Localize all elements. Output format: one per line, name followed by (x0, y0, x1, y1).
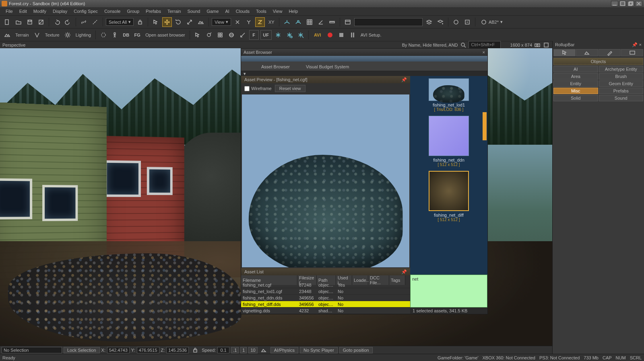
thumb-lod1[interactable]: fishing_net_lod1 [ Tris/LOD: 836 ] (427, 78, 471, 112)
goto-position-button[interactable]: Goto position (339, 347, 373, 353)
menu-tools[interactable]: Tools (253, 8, 270, 14)
table-row[interactable]: fishing_net_lod1.cgf23448objects/...No (241, 288, 410, 295)
speed-preset-10[interactable]: 10 (248, 347, 257, 353)
record-button[interactable] (325, 30, 335, 40)
mannequin-icon[interactable] (110, 30, 120, 40)
menu-group[interactable]: Group (124, 8, 142, 14)
unlink-icon[interactable] (90, 17, 100, 27)
f-button[interactable]: F (249, 30, 259, 40)
axis-y-icon[interactable] (244, 17, 254, 27)
fg-button[interactable]: FG (132, 30, 142, 40)
menu-ai[interactable]: AI (222, 8, 232, 14)
layers-add-icon[interactable] (436, 17, 445, 27)
layers-icon[interactable] (424, 17, 434, 27)
material-icon[interactable] (451, 17, 461, 27)
select-terrain-icon[interactable] (196, 17, 206, 27)
menu-game[interactable]: Game (203, 8, 222, 14)
viewport-label[interactable]: Perspective (2, 43, 25, 47)
avi-button[interactable]: AVI (312, 30, 324, 40)
terrain-label[interactable]: Terrain (14, 33, 31, 37)
tab-asset-browser[interactable]: Asset Browser (257, 63, 294, 71)
pin-icon[interactable]: 📌 (401, 77, 407, 82)
asset-search-input[interactable]: net (410, 275, 487, 308)
lock-selection-button[interactable]: Lock Selection (64, 347, 100, 353)
menu-display[interactable]: Display (50, 8, 70, 14)
menu-help[interactable]: Help (285, 8, 301, 14)
menu-clouds[interactable]: Clouds (233, 8, 253, 14)
asset-browser-titlebar[interactable]: Asset Browser × (241, 49, 487, 56)
rollup-tab-terrain[interactable] (576, 49, 598, 56)
terrain-editor-icon[interactable] (2, 30, 12, 40)
db-button[interactable]: DB (121, 30, 131, 40)
tab-visual-budget[interactable]: Visual Budget System (302, 63, 353, 71)
axis-z-icon[interactable] (255, 17, 265, 27)
lock-coords-icon[interactable] (190, 345, 200, 355)
rotate-icon[interactable] (173, 17, 183, 27)
rollup-btn-brush[interactable]: Brush (599, 73, 644, 80)
reset-view-button[interactable]: Reset view (275, 85, 305, 92)
link-icon[interactable] (79, 17, 89, 27)
coord-z[interactable]: 145.2536 (166, 347, 189, 353)
camera-options-icon[interactable] (534, 42, 541, 48)
goto-icon[interactable] (462, 17, 472, 27)
rollup-tab-modify[interactable] (599, 49, 621, 56)
coord-x[interactable]: 542.4743 (107, 347, 130, 353)
rollup-tab-display[interactable] (621, 49, 643, 56)
lock-selection-icon[interactable] (135, 17, 145, 27)
freeze-sel-icon[interactable] (285, 30, 294, 40)
rollup-btn-entity[interactable]: Entity (553, 80, 598, 87)
rollup-btn-sound[interactable]: Sound (599, 95, 644, 101)
rollup-btn-archetype-entity[interactable]: Archetype Entity (599, 66, 644, 72)
rollup-btn-area[interactable]: Area (553, 73, 598, 80)
rollup-close-icon[interactable]: × (639, 42, 642, 47)
open-icon[interactable] (14, 17, 23, 27)
grid-tool-icon[interactable] (215, 30, 225, 40)
menu-file[interactable]: File (2, 8, 16, 14)
speed-preset-01[interactable]: .1 (231, 347, 239, 353)
ab2-dropdown[interactable]: AB2*▾ (478, 18, 505, 26)
freeze-all-icon[interactable] (273, 30, 283, 40)
rollup-btn-misc[interactable]: Misc (553, 88, 598, 94)
menu-prefabs[interactable]: Prefabs (142, 8, 164, 14)
restore-button[interactable] (627, 1, 634, 6)
menu-modify[interactable]: Modify (30, 8, 50, 14)
ruler-icon[interactable] (327, 17, 337, 27)
measure-tool-icon[interactable] (238, 30, 248, 40)
undo-icon[interactable] (52, 17, 62, 27)
snap-angle-icon[interactable] (316, 17, 326, 27)
table-row[interactable]: fishing_net_diff.dds349656objects/...No (241, 301, 410, 308)
coord-view-dropdown[interactable]: View▾ (212, 18, 231, 26)
axis-xy-icon[interactable]: XY (266, 17, 276, 27)
rollup-btn-prefabs[interactable]: Prefabs (599, 88, 644, 94)
menu-config-spec[interactable]: Config Spec (70, 8, 101, 14)
physics-tool-icon[interactable] (204, 30, 214, 40)
table-row[interactable]: fishing_net_ddn.dds349656objects/...No (241, 295, 410, 301)
rollup-pin-icon[interactable]: 📌 (632, 42, 638, 47)
asset-preview-viewport[interactable] (242, 94, 409, 267)
thumb-ddn[interactable]: fishing_net_ddn [ 512 x 512 ] (427, 116, 471, 167)
coord-y[interactable]: 476.9515 (137, 347, 159, 353)
col-loaded[interactable]: Loade... (352, 275, 368, 285)
close-button[interactable] (635, 1, 642, 6)
sync-player-button[interactable]: No Sync Player (300, 347, 338, 353)
axis-x-icon[interactable] (233, 17, 242, 27)
cursor-tool-icon[interactable] (193, 30, 202, 40)
unfreeze-icon[interactable] (296, 30, 305, 40)
wireframe-checkbox[interactable]: Wireframe (244, 86, 272, 91)
snap-terrain-icon[interactable] (282, 17, 292, 27)
col-tags[interactable]: Tags (389, 275, 405, 285)
col-dcc[interactable]: DCC File... (368, 275, 389, 285)
snap-normal-icon[interactable] (293, 17, 303, 27)
pause-button[interactable] (348, 30, 357, 40)
terrain-collision-icon[interactable] (259, 345, 269, 355)
table-row[interactable]: vignetting.dds4232shaders/...No (241, 308, 410, 314)
menu-console[interactable]: Console (101, 8, 124, 14)
object-list-icon[interactable] (343, 17, 353, 27)
scale-icon[interactable] (185, 17, 194, 27)
rollup-btn-ai[interactable]: AI (553, 66, 598, 72)
thumb-diff[interactable]: fishing_net_diff [ 512 x 512 ] (427, 171, 471, 222)
maximize-button[interactable] (619, 1, 626, 6)
snap-grid-icon[interactable] (305, 17, 314, 27)
menu-terrain[interactable]: Terrain (164, 8, 184, 14)
asset-browser-close-icon[interactable]: × (483, 50, 485, 55)
